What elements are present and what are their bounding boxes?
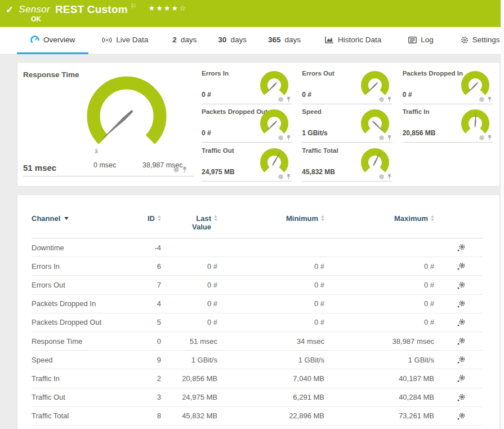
channel-settings-icon[interactable] [457,393,465,402]
channel-settings-icon[interactable] [457,244,465,252]
channel-gauge-label: Errors In [202,70,229,77]
table-row[interactable]: Response Time 0 51 msec 34 msec 38,987 m… [32,332,483,351]
flag-icon[interactable]: ⚐ [131,2,137,10]
gauge-settings-gear-icon[interactable] [479,135,485,141]
gauge-tile: Errors Out 0 # [302,66,392,104]
table-row[interactable]: Packets Dropped In 4 0 # 0 # 0 # [32,295,483,313]
sensor-kind-label: Sensor [19,4,50,15]
tab-live-data[interactable]: Live Data [88,27,162,54]
channel-gauge-value: 0 # [302,91,311,99]
column-header-maximum[interactable]: Maximum [324,214,434,223]
gauge-tile: Errors In 0 # [202,66,292,104]
table-row[interactable]: Downtime -4 [32,238,483,257]
cell-channel: Errors In [32,262,130,271]
gauge-pin-icon[interactable] [181,166,188,173]
channel-settings-icon[interactable] [457,356,465,364]
table-row[interactable]: Errors Out 7 0 # 0 # 0 # [32,276,483,294]
channel-gauge-label: Errors Out [302,70,334,77]
cell-minimum: 22,896 MB [217,412,324,420]
gauge-settings-gear-icon[interactable] [173,166,180,173]
gauge-settings-gear-icon[interactable] [378,174,385,180]
table-row[interactable]: Traffic In 2 20,856 MB 7,040 MB 40,187 M… [32,369,483,388]
column-header-channel[interactable]: Channel [32,214,130,223]
gauge-settings-gear-icon[interactable] [479,96,485,103]
cell-channel: Errors Out [32,281,130,289]
channel-gauge [260,148,289,177]
channel-settings-icon[interactable] [457,281,465,290]
gauge-pin-icon[interactable] [386,96,393,103]
cell-last-value: 0 # [161,299,217,308]
cell-channel: Traffic Total [32,412,130,420]
channel-settings-icon[interactable] [457,337,465,346]
cell-last-value: 24,975 MB [161,393,217,401]
channel-settings-icon[interactable] [457,412,465,421]
gauge-pin-icon[interactable] [386,174,393,180]
channel-gauge [260,70,289,100]
cell-maximum: 40,284 MB [324,393,434,401]
tab-settings[interactable]: Settings [447,27,501,54]
channel-settings-icon[interactable] [457,300,465,308]
gauge-pin-icon[interactable] [286,135,292,141]
cell-channel: Packets Dropped In [32,299,130,308]
gauge-pin-icon[interactable] [487,135,493,141]
channel-gauge [360,148,390,177]
channel-settings-icon[interactable] [457,262,465,271]
cell-maximum: 0 # [324,262,434,271]
page-content: Response Time x̄ 0 msec 38,987 msec 51 m… [0,55,501,429]
cell-minimum: 0 # [217,299,324,308]
cell-channel: Speed [32,356,130,364]
log-icon [408,37,417,43]
cell-last-value: 0 # [161,281,217,289]
cell-id: 7 [130,281,161,289]
table-row[interactable]: Packets Dropped Out 5 0 # 0 # 0 # [32,313,483,332]
gauge-settings-gear-icon[interactable] [378,96,385,103]
channel-settings-icon[interactable] [457,374,465,383]
column-header-minimum[interactable]: Minimum [217,214,324,223]
cell-maximum: 0 # [324,281,434,289]
cell-channel: Traffic Out [32,393,130,401]
table-body: Downtime -4 Errors In 6 0 # 0 # 0 # [32,238,483,426]
table-row[interactable]: Speed 9 1 GBit/s 1 GBit/s 1 GBit/s [32,351,483,369]
table-row[interactable]: Errors In 6 0 # 0 # 0 # [32,257,483,276]
tab-log[interactable]: Log [395,27,447,54]
tab-historic-data[interactable]: Historic Data [311,27,395,54]
gauge-pin-icon[interactable] [487,96,493,103]
gauge-pin-icon[interactable] [286,96,292,103]
tab-30-days[interactable]: 30days [207,27,257,54]
gauge-pin-icon[interactable] [386,135,393,141]
sensor-status-badge: OK [31,15,41,23]
gauge-needle [99,109,133,141]
gauge-settings-gear-icon[interactable] [378,135,385,141]
channel-gauge-value: 1 GBit/s [302,129,327,137]
channel-gauge [360,70,390,100]
priority-stars[interactable]: ★★★★☆ [149,4,187,12]
gauge-settings-gear-icon[interactable] [278,96,284,103]
cell-id: 9 [130,356,161,364]
channel-gauge-label: Packets Dropped Out [202,108,267,115]
cell-maximum: 1 GBit/s [324,356,434,364]
cell-minimum: 1 GBit/s [217,356,324,364]
response-time-gauge-tile: Response Time x̄ 0 msec 38,987 msec 51 m… [23,66,194,176]
gauge-tile: Packets Dropped Out 0 # [202,104,292,143]
cell-last-value: 1 GBit/s [161,356,217,364]
cell-last-value: 0 # [161,318,217,326]
table-row[interactable]: Traffic Total 8 45,832 MB 22,896 MB 73,2… [32,407,483,426]
channel-gauge-value: 0 # [202,91,211,99]
tab-overview[interactable]: Overview [17,27,88,54]
column-header-last-value[interactable]: Last Value [161,214,217,231]
column-header-id[interactable]: ID [130,214,161,223]
channel-gauge [461,109,490,138]
tab-2-days[interactable]: 2days [162,27,207,54]
sort-descending-icon [64,217,69,220]
page-right-margin [501,0,504,429]
tab-365-days[interactable]: 365days [257,27,311,54]
cell-minimum: 6,291 MB [217,393,324,401]
gauge-pin-icon[interactable] [286,174,292,180]
channel-settings-icon[interactable] [457,319,465,327]
gauge-settings-gear-icon[interactable] [278,135,284,141]
historic-data-icon [325,36,334,43]
gauge-tile: Speed 1 GBit/s [302,104,392,143]
gauge-settings-gear-icon[interactable] [278,174,284,180]
cell-channel: Response Time [32,337,130,346]
table-row[interactable]: Traffic Out 3 24,975 MB 6,291 MB 40,284 … [32,388,483,407]
